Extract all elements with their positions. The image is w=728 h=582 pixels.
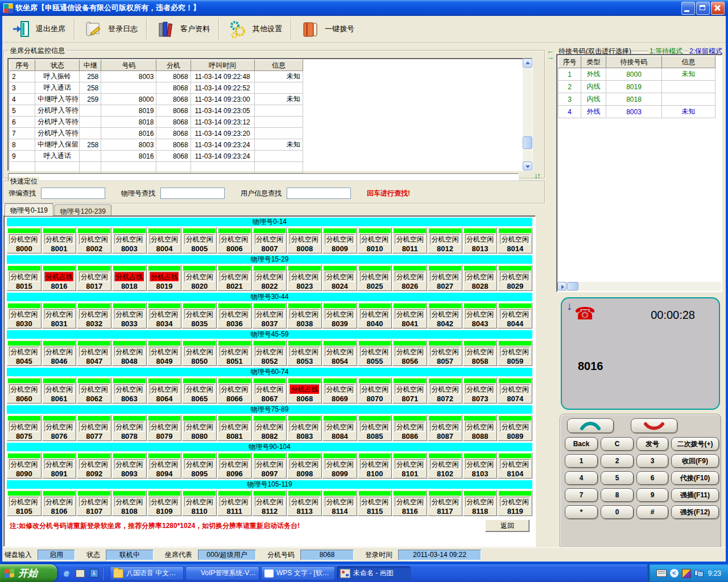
monitor-row[interactable] (10, 162, 303, 173)
extension-cell[interactable]: 分机空闲8024 (322, 265, 357, 291)
extension-cell[interactable]: 分机空闲8034 (147, 302, 182, 329)
extension-cell[interactable]: 分机空闲8103 (463, 452, 498, 479)
taskbar-task-ie[interactable]: VoIP管理系统-VoI... (185, 566, 259, 580)
extension-cell[interactable]: 分机空闲8050 (182, 340, 217, 366)
monitor-row[interactable]: 5分机呼入等待8019806811-03-14 09:23:05 (10, 105, 303, 117)
extension-cell[interactable]: 分机空闲8027 (428, 265, 462, 291)
dial-key[interactable]: 4 (565, 471, 598, 485)
extension-cell[interactable]: 分机占线8016 (42, 265, 77, 291)
ime-tray-icon[interactable] (682, 569, 691, 578)
extension-cell[interactable]: 分机空闲8002 (77, 227, 111, 253)
taskbar-task-folder[interactable]: 八国语音 中文语... (110, 566, 184, 580)
tab-physical-0-119[interactable]: 物理号0-119 (5, 203, 53, 216)
waiting-column-header[interactable]: 序号 (559, 56, 581, 68)
waiting-row[interactable]: 3内线8018 (559, 93, 715, 106)
monitor-row[interactable]: 4中继呼入等待2598000806811-03-14 09:23:00未知 (10, 94, 303, 105)
extension-cell[interactable]: 分机空闲8025 (358, 265, 392, 291)
extension-cell[interactable]: 分机空闲8007 (253, 227, 287, 253)
updown-arrows-icon[interactable]: ↓↑ (534, 171, 540, 180)
extension-cell[interactable]: 分机空闲8032 (77, 302, 111, 329)
waiting-row[interactable]: 2内线8019 (559, 81, 715, 93)
dial-key[interactable]: 2 (601, 454, 634, 468)
extension-cell[interactable]: 分机空闲8117 (428, 490, 462, 516)
dial-key[interactable]: 8 (601, 488, 634, 502)
exit-agent-button[interactable]: 退出坐席 (3, 17, 73, 41)
extension-cell[interactable]: 分机空闲8111 (217, 490, 252, 516)
extension-cell[interactable]: 分机空闲8017 (77, 265, 111, 291)
extension-cell[interactable]: 分机空闲8004 (147, 227, 182, 253)
extension-cell[interactable]: 分机空闲8051 (217, 340, 252, 366)
extension-cell[interactable]: 分机空闲8078 (112, 415, 147, 441)
dial-key[interactable]: 7 (565, 488, 598, 502)
extension-cell[interactable]: 分机空闲8045 (7, 340, 42, 366)
dial-key[interactable]: 1 (565, 454, 598, 468)
taskbar-task-paint[interactable]: 未命名 - 画图 (337, 566, 411, 580)
extension-cell[interactable]: 分机空闲8021 (217, 265, 252, 291)
start-button[interactable]: 开始 (0, 564, 57, 582)
extension-cell[interactable]: 分机空闲8110 (182, 490, 217, 516)
extension-cell[interactable]: 分机空闲8101 (392, 452, 427, 479)
extension-cell[interactable]: 分机空闲8015 (7, 265, 42, 291)
close-button[interactable] (711, 2, 725, 15)
tab-physical-120-239[interactable]: 物理号120-239 (55, 205, 111, 215)
monitor-row[interactable]: 7分机呼入等待8016806811-03-14 09:23:20 (10, 128, 303, 139)
dial-key[interactable]: # (636, 505, 668, 519)
extension-cell[interactable]: 分机空闲8087 (428, 415, 462, 441)
extension-cell[interactable]: 分机空闲8064 (147, 377, 182, 404)
waiting-column-header[interactable]: 类型 (581, 56, 606, 68)
extension-cell[interactable]: 分机空闲8090 (7, 452, 42, 479)
maximize-button[interactable] (696, 2, 710, 15)
monitor-row[interactable]: 8中继呼入保留2588003806811-03-14 09:23:24未知 (10, 139, 303, 151)
extension-cell[interactable]: 分机空闲8033 (112, 302, 147, 329)
extension-cell[interactable]: 分机空闲8089 (498, 415, 532, 441)
extension-cell[interactable]: 分机空闲8043 (463, 302, 498, 329)
extension-cell[interactable]: 分机空闲8073 (463, 377, 498, 404)
monitor-column-header[interactable]: 状态 (35, 60, 80, 71)
extension-cell[interactable]: 分机空闲8074 (498, 377, 532, 404)
monitor-bottom-slider[interactable] (8, 173, 519, 181)
answer-button[interactable] (567, 418, 614, 433)
extension-cell[interactable]: 分机空闲8079 (147, 415, 182, 441)
app-quicklaunch-icon[interactable]: λ (89, 568, 99, 579)
extension-cell[interactable]: 分机空闲8114 (322, 490, 357, 516)
extension-cell[interactable]: 分机空闲8096 (217, 452, 252, 479)
extension-cell[interactable]: 分机空闲8097 (253, 452, 287, 479)
extension-cell[interactable]: 分机空闲8086 (392, 415, 427, 441)
function-key[interactable]: 二次拨号(+) (671, 437, 719, 451)
customer-info-button[interactable]: 客户资料 (148, 17, 218, 41)
extension-cell[interactable]: 分机空闲8001 (42, 227, 77, 253)
extension-cell[interactable]: 分机空闲8006 (217, 227, 252, 253)
dial-key[interactable]: 6 (636, 471, 668, 485)
extension-cell[interactable]: 分机空闲8066 (217, 377, 252, 404)
extension-cell[interactable]: 分机空闲8048 (112, 340, 147, 366)
extension-cell[interactable]: 分机空闲8100 (358, 452, 392, 479)
extension-cell[interactable]: 分机空闲8028 (463, 265, 498, 291)
extension-cell[interactable]: 分机空闲8023 (287, 265, 322, 291)
extension-cell[interactable]: 分机空闲8058 (463, 340, 498, 366)
extension-cell[interactable]: 分机空闲8099 (322, 452, 357, 479)
extension-cell[interactable]: 分机空闲8046 (42, 340, 77, 366)
extension-cell[interactable]: 分机空闲8057 (428, 340, 462, 366)
extension-cell[interactable]: 分机空闲8020 (182, 265, 217, 291)
mail-quicklaunch-icon[interactable] (75, 568, 85, 579)
extension-cell[interactable]: 分机空闲8118 (463, 490, 498, 516)
extension-cell[interactable]: 分机空闲8088 (463, 415, 498, 441)
dial-key[interactable]: 3 (636, 454, 668, 468)
extension-cell[interactable]: 分机空闲8119 (498, 490, 532, 516)
extension-cell[interactable]: 分机空闲8080 (182, 415, 217, 441)
extension-cell[interactable]: 分机空闲8075 (7, 415, 42, 441)
extension-cell[interactable]: 分机空闲8005 (182, 227, 217, 253)
waiting-column-header[interactable]: 待接号码 (606, 56, 662, 68)
extension-cell[interactable]: 分机空闲8091 (42, 452, 77, 479)
monitor-row[interactable]: 6分机呼入等待8018806811-03-14 09:23:12 (10, 117, 303, 128)
scroll-up-button[interactable] (523, 59, 532, 68)
extension-cell[interactable]: 分机空闲8042 (428, 302, 462, 329)
extension-cell[interactable]: 分机空闲8052 (253, 340, 287, 366)
extension-cell[interactable]: 分机空闲8085 (358, 415, 392, 441)
extension-cell[interactable]: 分机空闲8077 (77, 415, 111, 441)
other-settings-button[interactable]: 其他设置 (220, 17, 290, 41)
extension-cell[interactable]: 分机空闲8069 (322, 377, 357, 404)
extension-cell[interactable]: 分机空闲8030 (7, 302, 42, 329)
extension-cell[interactable]: 分机空闲8076 (42, 415, 77, 441)
extension-cell[interactable]: 分机空闲8047 (77, 340, 111, 366)
